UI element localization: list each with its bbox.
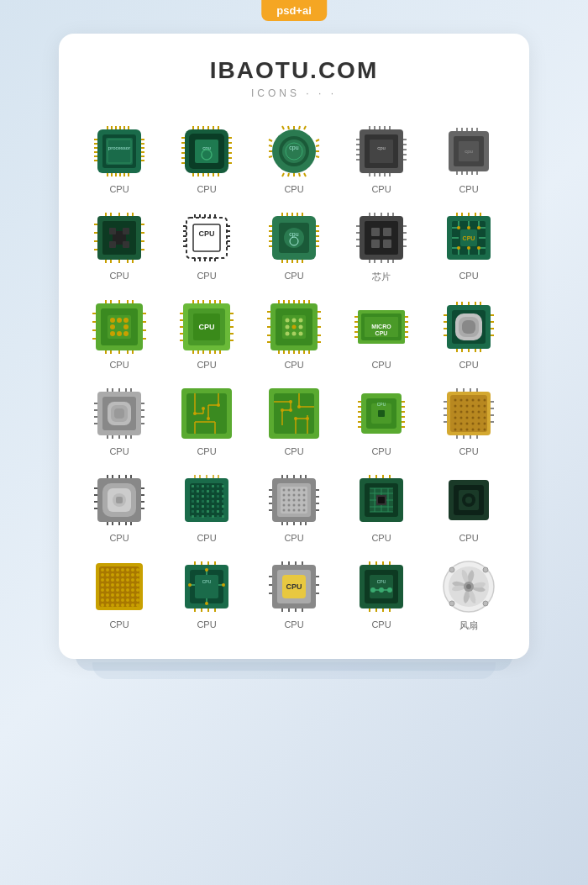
svg-point-690 [126, 583, 129, 587]
icon-label: CPU [284, 360, 303, 370]
svg-point-772 [449, 601, 454, 606]
cpu-icon-16 [178, 385, 235, 442]
svg-point-455 [460, 417, 463, 419]
icon-item: cpu CPU [341, 123, 422, 194]
svg-point-309 [299, 332, 303, 336]
svg-point-424 [297, 405, 301, 408]
svg-point-682 [121, 583, 124, 587]
cpu-icon-10 [91, 298, 148, 356]
svg-point-710 [136, 603, 139, 607]
svg-point-581 [283, 494, 286, 497]
svg-point-674 [116, 583, 119, 587]
cpu-icon-27: CPU [265, 558, 323, 615]
cpu-icon-18: CPU [353, 385, 410, 442]
svg-point-230 [457, 226, 460, 229]
svg-point-603 [303, 504, 306, 507]
svg-point-770 [449, 567, 454, 572]
svg-point-703 [136, 568, 139, 572]
svg-rect-533 [197, 500, 199, 503]
svg-point-700 [131, 593, 134, 597]
svg-point-447 [454, 405, 457, 408]
svg-point-661 [106, 598, 109, 602]
icon-item: CPU CPU [166, 558, 247, 632]
cpu-icon-29 [440, 558, 497, 615]
icon-item: CPU [79, 385, 160, 456]
svg-point-719 [188, 583, 192, 587]
svg-point-465 [472, 405, 475, 408]
cpu-icon-20 [91, 471, 148, 529]
svg-rect-562 [217, 505, 219, 508]
svg-point-676 [116, 593, 119, 597]
svg-rect-526 [192, 500, 194, 503]
svg-point-698 [131, 583, 134, 587]
svg-rect-569 [222, 505, 224, 508]
cpu-icon-8 [353, 209, 410, 266]
svg-point-708 [136, 593, 139, 597]
cpu-icon-5 [91, 209, 148, 266]
icon-item: CPU [428, 471, 509, 543]
svg-point-458 [466, 399, 469, 402]
svg-point-251 [110, 331, 115, 336]
svg-point-597 [298, 499, 301, 502]
svg-point-650 [101, 583, 104, 587]
cpu-icon-1: cpu [178, 123, 235, 180]
svg-point-600 [303, 489, 306, 492]
svg-text:CPU: CPU [286, 582, 302, 591]
svg-rect-542 [202, 510, 204, 513]
svg-rect-197 [383, 240, 391, 248]
svg-rect-560 [217, 495, 219, 498]
svg-rect-535 [197, 510, 199, 513]
svg-point-647 [101, 568, 104, 572]
svg-point-705 [136, 578, 139, 582]
svg-point-234 [467, 246, 470, 250]
svg-point-773 [483, 601, 488, 606]
svg-point-449 [454, 417, 457, 419]
svg-point-720 [222, 583, 225, 587]
icon-item: CPU [79, 471, 160, 543]
svg-point-593 [293, 504, 296, 507]
icon-label: CPU [197, 619, 216, 630]
svg-point-478 [484, 411, 486, 414]
svg-point-587 [288, 499, 291, 502]
svg-rect-564 [217, 515, 219, 518]
svg-rect-502 [116, 497, 123, 503]
svg-point-709 [136, 598, 139, 602]
svg-point-653 [101, 598, 104, 602]
svg-rect-546 [207, 495, 209, 498]
svg-rect-529 [192, 515, 194, 518]
icon-item: CPU [428, 385, 509, 456]
svg-rect-193 [365, 221, 398, 255]
svg-line-77 [316, 140, 319, 141]
icon-label: CPU [197, 360, 216, 370]
svg-line-74 [269, 145, 272, 146]
svg-point-302 [292, 319, 297, 323]
icon-item: CPU [79, 209, 160, 283]
svg-point-466 [472, 411, 475, 414]
svg-point-471 [478, 405, 480, 408]
svg-point-231 [467, 226, 470, 229]
svg-point-687 [126, 568, 129, 572]
svg-text:cpu: cpu [465, 149, 473, 154]
icon-item: CPU [79, 558, 160, 632]
svg-rect-528 [192, 510, 194, 513]
svg-rect-194 [371, 228, 380, 236]
svg-rect-534 [197, 505, 199, 508]
svg-text:CPU: CPU [377, 402, 386, 407]
svg-rect-543 [202, 515, 204, 518]
icon-label: CPU [197, 446, 216, 456]
svg-point-450 [454, 423, 457, 425]
site-title: IBAOTU.COM [79, 57, 509, 84]
icon-label: CPU [109, 271, 129, 281]
icon-item: 风扇 [428, 558, 509, 632]
svg-rect-83 [370, 140, 393, 163]
icon-item: processor [79, 123, 160, 194]
svg-point-468 [472, 423, 475, 425]
svg-rect-548 [207, 505, 209, 508]
svg-line-72 [304, 173, 306, 176]
svg-point-246 [110, 318, 115, 323]
cpu-icon-15 [91, 385, 148, 442]
svg-point-304 [286, 325, 290, 329]
svg-rect-556 [212, 510, 214, 513]
svg-point-460 [466, 411, 469, 414]
svg-rect-555 [212, 505, 214, 508]
